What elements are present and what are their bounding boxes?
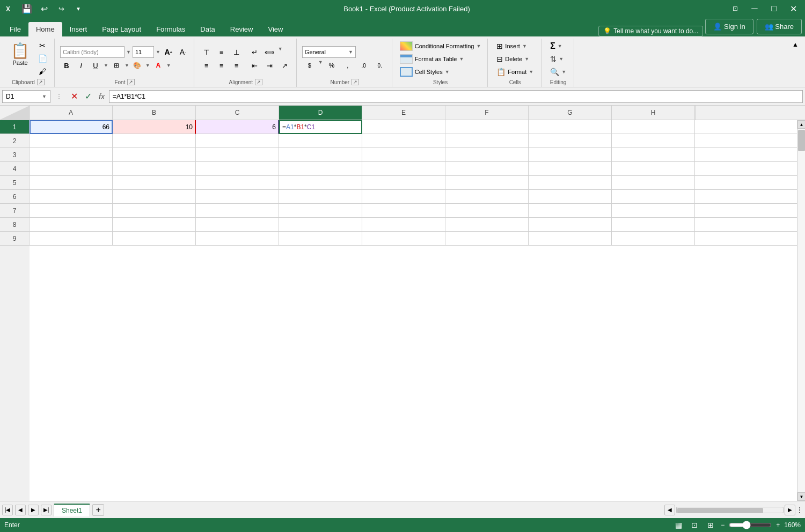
col-header-a[interactable]: A: [30, 106, 113, 120]
cond-format-dropdown-icon[interactable]: ▼: [476, 43, 481, 49]
cell-f1[interactable]: [445, 120, 529, 134]
tab-home[interactable]: Home: [28, 22, 62, 36]
increase-font-size-button[interactable]: A+: [162, 46, 175, 58]
row-header-4[interactable]: 4: [0, 162, 30, 176]
alignment-expand-icon[interactable]: ↗: [255, 79, 262, 85]
cell-d4[interactable]: [279, 162, 362, 176]
accounting-dropdown-icon[interactable]: ▼: [318, 60, 323, 71]
normal-view-button[interactable]: ▦: [672, 519, 684, 531]
find-select-button[interactable]: 🔍 ▼: [547, 66, 569, 78]
page-layout-view-button[interactable]: ⊡: [689, 519, 700, 531]
format-table-dropdown-icon[interactable]: ▼: [459, 56, 464, 62]
align-bottom-button[interactable]: ⊥: [230, 46, 244, 58]
save-button[interactable]: 💾: [19, 1, 34, 16]
format-as-table-button[interactable]: Format as Table ▼: [398, 53, 484, 65]
cell-f6[interactable]: [445, 190, 529, 204]
cell-a8[interactable]: [30, 218, 113, 232]
merge-dropdown-icon[interactable]: ▼: [278, 46, 283, 58]
tab-file[interactable]: File: [2, 22, 28, 36]
font-color-button[interactable]: A: [152, 60, 165, 71]
find-dropdown-icon[interactable]: ▼: [561, 69, 566, 75]
cell-h9[interactable]: [612, 232, 695, 246]
row-header-2[interactable]: 2: [0, 134, 30, 148]
cell-f8[interactable]: [445, 218, 529, 232]
align-left-button[interactable]: ≡: [200, 60, 214, 71]
orientation-button[interactable]: ↗: [278, 60, 292, 71]
fill-color-button[interactable]: 🎨: [131, 60, 144, 71]
scroll-down-button[interactable]: ▼: [797, 492, 805, 501]
cell-a9[interactable]: [30, 232, 113, 246]
cell-g3[interactable]: [529, 148, 612, 162]
sort-dropdown-icon[interactable]: ▼: [559, 56, 564, 62]
cell-e5[interactable]: [362, 176, 445, 190]
bold-button[interactable]: B: [60, 60, 73, 71]
cell-a4[interactable]: [30, 162, 113, 176]
cell-b6[interactable]: [113, 190, 196, 204]
cell-h1[interactable]: [612, 120, 695, 134]
tab-formulas[interactable]: Formulas: [149, 22, 193, 36]
cell-c5[interactable]: [196, 176, 279, 190]
tab-insert[interactable]: Insert: [62, 22, 95, 36]
number-format-dropdown[interactable]: General ▼: [302, 46, 356, 58]
cell-d3[interactable]: [279, 148, 362, 162]
row-header-5[interactable]: 5: [0, 176, 30, 190]
cell-h6[interactable]: [612, 190, 695, 204]
underline-dropdown-icon[interactable]: ▼: [104, 63, 108, 68]
col-header-e[interactable]: E: [362, 106, 445, 120]
cell-d6[interactable]: [279, 190, 362, 204]
delete-dropdown-icon[interactable]: ▼: [524, 56, 529, 62]
cell-d8[interactable]: [279, 218, 362, 232]
cut-button[interactable]: ✂: [35, 40, 50, 51]
cell-b1[interactable]: 10: [113, 120, 196, 134]
cell-f4[interactable]: [445, 162, 529, 176]
cell-d5[interactable]: [279, 176, 362, 190]
sign-in-button[interactable]: 👤 Sign in: [705, 19, 753, 34]
cell-e1[interactable]: [362, 120, 445, 134]
sheet-first-button[interactable]: |◀: [2, 505, 13, 515]
merge-center-button[interactable]: ⟺: [263, 46, 277, 58]
decrease-decimal-button[interactable]: 0.: [372, 60, 387, 71]
align-middle-button[interactable]: ≡: [215, 46, 229, 58]
cell-h8[interactable]: [612, 218, 695, 232]
cell-d9[interactable]: [279, 232, 362, 246]
cell-g7[interactable]: [529, 204, 612, 218]
cell-c4[interactable]: [196, 162, 279, 176]
cell-h3[interactable]: [612, 148, 695, 162]
row-header-9[interactable]: 9: [0, 232, 30, 246]
tab-data[interactable]: Data: [193, 22, 222, 36]
undo-button[interactable]: ↩: [36, 1, 52, 16]
minimize-button[interactable]: ─: [747, 1, 762, 16]
cell-d1[interactable]: =A1*B1*C1: [279, 120, 362, 134]
row-header-3[interactable]: 3: [0, 148, 30, 162]
formula-input[interactable]: [109, 90, 803, 103]
cell-f2[interactable]: [445, 134, 529, 148]
collapse-ribbon-button[interactable]: ▲: [788, 39, 803, 50]
cell-e3[interactable]: [362, 148, 445, 162]
add-sheet-button[interactable]: +: [92, 504, 104, 516]
fill-color-dropdown-icon[interactable]: ▼: [145, 63, 150, 68]
col-header-b[interactable]: B: [113, 106, 196, 120]
close-button[interactable]: ✕: [786, 1, 801, 16]
cell-c9[interactable]: [196, 232, 279, 246]
sheet-next-button[interactable]: ▶: [28, 505, 39, 515]
cell-h5[interactable]: [612, 176, 695, 190]
increase-indent-button[interactable]: ⇥: [263, 60, 277, 71]
cell-h2[interactable]: [612, 134, 695, 148]
cell-b8[interactable]: [113, 218, 196, 232]
cell-f5[interactable]: [445, 176, 529, 190]
row-header-1[interactable]: 1: [0, 120, 30, 134]
cell-b7[interactable]: [113, 204, 196, 218]
corner-cell[interactable]: [0, 106, 30, 120]
cell-b2[interactable]: [113, 134, 196, 148]
col-header-h[interactable]: H: [612, 106, 695, 120]
cell-g2[interactable]: [529, 134, 612, 148]
sort-filter-button[interactable]: ⇅ ▼: [547, 53, 569, 65]
tab-view[interactable]: View: [260, 22, 290, 36]
align-top-button[interactable]: ⊤: [200, 46, 214, 58]
font-expand-icon[interactable]: ↗: [127, 79, 135, 85]
increase-decimal-button[interactable]: .0: [356, 60, 371, 71]
cell-b3[interactable]: [113, 148, 196, 162]
wrap-text-button[interactable]: ↵: [248, 46, 262, 58]
cell-f3[interactable]: [445, 148, 529, 162]
cell-g8[interactable]: [529, 218, 612, 232]
